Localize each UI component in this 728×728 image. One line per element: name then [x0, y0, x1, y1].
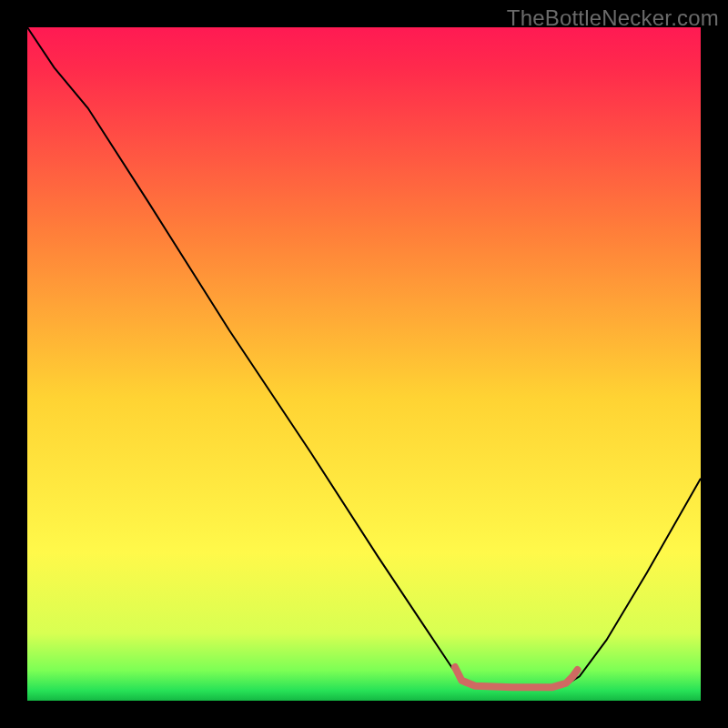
- site-watermark: TheBottleNecker.com: [507, 5, 719, 31]
- chart-svg: [27, 27, 701, 701]
- gradient-background: [27, 27, 701, 701]
- stage: TheBottleNecker.com: [0, 0, 728, 728]
- chart-plot-area: [27, 27, 701, 701]
